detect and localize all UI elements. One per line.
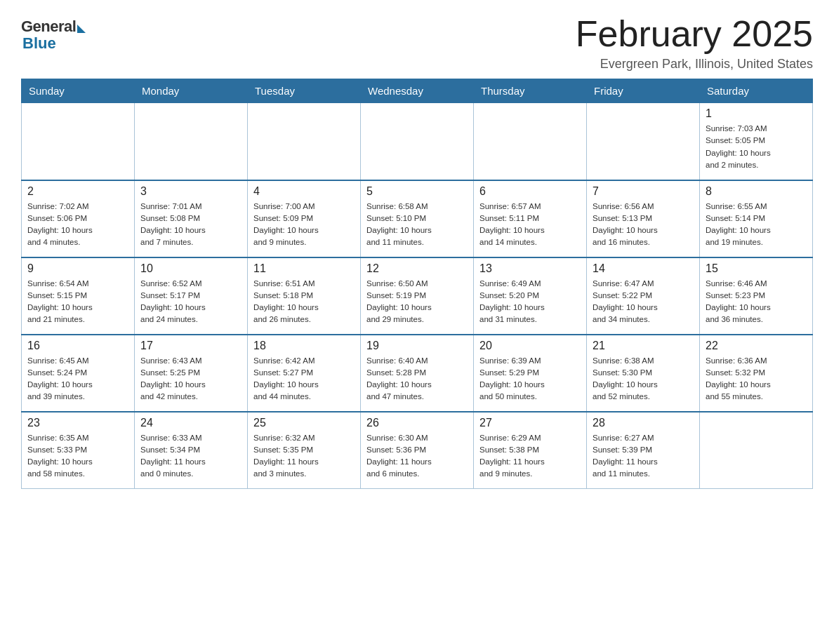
day-number: 3 — [140, 185, 241, 198]
calendar-header-friday: Friday — [587, 79, 700, 103]
day-number: 13 — [479, 262, 581, 275]
logo: General Blue — [21, 18, 86, 53]
calendar-header-tuesday: Tuesday — [248, 79, 361, 103]
calendar-cell: 3Sunrise: 7:01 AMSunset: 5:08 PMDaylight… — [135, 180, 248, 257]
day-info: Sunrise: 6:38 AMSunset: 5:30 PMDaylight:… — [593, 355, 694, 403]
calendar-cell — [361, 103, 474, 180]
calendar-header-thursday: Thursday — [474, 79, 587, 103]
day-number: 17 — [140, 340, 241, 352]
day-number: 14 — [593, 262, 694, 275]
calendar-cell: 10Sunrise: 6:52 AMSunset: 5:17 PMDayligh… — [135, 257, 248, 335]
day-info: Sunrise: 6:51 AMSunset: 5:18 PMDaylight:… — [253, 278, 355, 326]
day-number: 18 — [253, 340, 355, 352]
day-info: Sunrise: 6:29 AMSunset: 5:38 PMDaylight:… — [479, 432, 581, 481]
calendar-cell — [700, 412, 813, 489]
day-info: Sunrise: 6:49 AMSunset: 5:20 PMDaylight:… — [479, 278, 581, 326]
calendar-week-row: 23Sunrise: 6:35 AMSunset: 5:33 PMDayligh… — [22, 412, 813, 489]
calendar-week-row: 16Sunrise: 6:45 AMSunset: 5:24 PMDayligh… — [22, 335, 813, 412]
day-number: 9 — [27, 262, 128, 275]
day-info: Sunrise: 6:42 AMSunset: 5:27 PMDaylight:… — [253, 355, 355, 403]
calendar-cell — [587, 103, 700, 180]
day-number: 27 — [479, 417, 581, 429]
calendar-cell — [135, 103, 248, 180]
calendar-cell: 22Sunrise: 6:36 AMSunset: 5:32 PMDayligh… — [700, 335, 813, 412]
day-number: 1 — [706, 107, 807, 120]
title-block: February 2025 Evergreen Park, Illinois, … — [576, 14, 813, 72]
calendar-week-row: 1Sunrise: 7:03 AMSunset: 5:05 PMDaylight… — [22, 103, 813, 180]
calendar-cell: 18Sunrise: 6:42 AMSunset: 5:27 PMDayligh… — [248, 335, 361, 412]
calendar-cell: 1Sunrise: 7:03 AMSunset: 5:05 PMDaylight… — [700, 103, 813, 180]
calendar-cell: 15Sunrise: 6:46 AMSunset: 5:23 PMDayligh… — [700, 257, 813, 335]
calendar-cell: 25Sunrise: 6:32 AMSunset: 5:35 PMDayligh… — [248, 412, 361, 489]
day-info: Sunrise: 6:36 AMSunset: 5:32 PMDaylight:… — [706, 355, 807, 403]
calendar-header-wednesday: Wednesday — [361, 79, 474, 103]
day-number: 16 — [27, 340, 128, 352]
calendar-cell: 14Sunrise: 6:47 AMSunset: 5:22 PMDayligh… — [587, 257, 700, 335]
day-number: 25 — [253, 417, 355, 429]
day-info: Sunrise: 6:33 AMSunset: 5:34 PMDaylight:… — [140, 432, 241, 481]
calendar-week-row: 9Sunrise: 6:54 AMSunset: 5:15 PMDaylight… — [22, 257, 813, 335]
day-number: 8 — [706, 185, 807, 198]
day-info: Sunrise: 7:02 AMSunset: 5:06 PMDaylight:… — [27, 201, 128, 249]
calendar-cell: 6Sunrise: 6:57 AMSunset: 5:11 PMDaylight… — [474, 180, 587, 257]
day-number: 26 — [366, 417, 468, 429]
location-text: Evergreen Park, Illinois, United States — [576, 57, 813, 72]
calendar-cell: 19Sunrise: 6:40 AMSunset: 5:28 PMDayligh… — [361, 335, 474, 412]
day-info: Sunrise: 6:54 AMSunset: 5:15 PMDaylight:… — [27, 278, 128, 326]
day-info: Sunrise: 6:55 AMSunset: 5:14 PMDaylight:… — [706, 201, 807, 249]
logo-blue-text: Blue — [22, 34, 56, 53]
day-number: 2 — [27, 185, 128, 198]
calendar-cell: 12Sunrise: 6:50 AMSunset: 5:19 PMDayligh… — [361, 257, 474, 335]
day-info: Sunrise: 7:00 AMSunset: 5:09 PMDaylight:… — [253, 201, 355, 249]
calendar-cell: 13Sunrise: 6:49 AMSunset: 5:20 PMDayligh… — [474, 257, 587, 335]
day-number: 5 — [366, 185, 468, 198]
day-info: Sunrise: 7:01 AMSunset: 5:08 PMDaylight:… — [140, 201, 241, 249]
day-info: Sunrise: 6:40 AMSunset: 5:28 PMDaylight:… — [366, 355, 468, 403]
day-info: Sunrise: 6:56 AMSunset: 5:13 PMDaylight:… — [593, 201, 694, 249]
day-number: 21 — [593, 340, 694, 352]
day-number: 22 — [706, 340, 807, 352]
day-number: 10 — [140, 262, 241, 275]
day-info: Sunrise: 6:35 AMSunset: 5:33 PMDaylight:… — [27, 432, 128, 481]
calendar-cell: 24Sunrise: 6:33 AMSunset: 5:34 PMDayligh… — [135, 412, 248, 489]
calendar-cell: 7Sunrise: 6:56 AMSunset: 5:13 PMDaylight… — [587, 180, 700, 257]
day-number: 24 — [140, 417, 241, 429]
day-info: Sunrise: 6:39 AMSunset: 5:29 PMDaylight:… — [479, 355, 581, 403]
calendar-table: SundayMondayTuesdayWednesdayThursdayFrid… — [21, 79, 813, 489]
day-number: 20 — [479, 340, 581, 352]
calendar-cell: 23Sunrise: 6:35 AMSunset: 5:33 PMDayligh… — [22, 412, 135, 489]
calendar-header-sunday: Sunday — [22, 79, 135, 103]
calendar-cell: 21Sunrise: 6:38 AMSunset: 5:30 PMDayligh… — [587, 335, 700, 412]
logo-arrow-icon — [77, 25, 86, 33]
day-info: Sunrise: 6:58 AMSunset: 5:10 PMDaylight:… — [366, 201, 468, 249]
calendar-cell: 27Sunrise: 6:29 AMSunset: 5:38 PMDayligh… — [474, 412, 587, 489]
calendar-cell: 5Sunrise: 6:58 AMSunset: 5:10 PMDaylight… — [361, 180, 474, 257]
day-info: Sunrise: 6:46 AMSunset: 5:23 PMDaylight:… — [706, 278, 807, 326]
calendar-header-saturday: Saturday — [700, 79, 813, 103]
day-info: Sunrise: 6:27 AMSunset: 5:39 PMDaylight:… — [593, 432, 694, 481]
calendar-cell: 28Sunrise: 6:27 AMSunset: 5:39 PMDayligh… — [587, 412, 700, 489]
day-number: 4 — [253, 185, 355, 198]
calendar-cell: 9Sunrise: 6:54 AMSunset: 5:15 PMDaylight… — [22, 257, 135, 335]
day-number: 15 — [706, 262, 807, 275]
calendar-cell: 11Sunrise: 6:51 AMSunset: 5:18 PMDayligh… — [248, 257, 361, 335]
day-number: 28 — [593, 417, 694, 429]
calendar-cell: 2Sunrise: 7:02 AMSunset: 5:06 PMDaylight… — [22, 180, 135, 257]
day-info: Sunrise: 6:52 AMSunset: 5:17 PMDaylight:… — [140, 278, 241, 326]
calendar-cell: 20Sunrise: 6:39 AMSunset: 5:29 PMDayligh… — [474, 335, 587, 412]
logo-general-text: General — [21, 18, 76, 36]
calendar-cell: 4Sunrise: 7:00 AMSunset: 5:09 PMDaylight… — [248, 180, 361, 257]
day-info: Sunrise: 6:45 AMSunset: 5:24 PMDaylight:… — [27, 355, 128, 403]
day-number: 23 — [27, 417, 128, 429]
day-number: 12 — [366, 262, 468, 275]
calendar-week-row: 2Sunrise: 7:02 AMSunset: 5:06 PMDaylight… — [22, 180, 813, 257]
day-number: 11 — [253, 262, 355, 275]
day-number: 6 — [479, 185, 581, 198]
day-number: 19 — [366, 340, 468, 352]
day-info: Sunrise: 7:03 AMSunset: 5:05 PMDaylight:… — [706, 123, 807, 171]
day-info: Sunrise: 6:50 AMSunset: 5:19 PMDaylight:… — [366, 278, 468, 326]
month-title: February 2025 — [576, 14, 813, 54]
calendar-cell: 8Sunrise: 6:55 AMSunset: 5:14 PMDaylight… — [700, 180, 813, 257]
page-header: General Blue February 2025 Evergreen Par… — [21, 14, 813, 72]
calendar-header-row: SundayMondayTuesdayWednesdayThursdayFrid… — [22, 79, 813, 103]
